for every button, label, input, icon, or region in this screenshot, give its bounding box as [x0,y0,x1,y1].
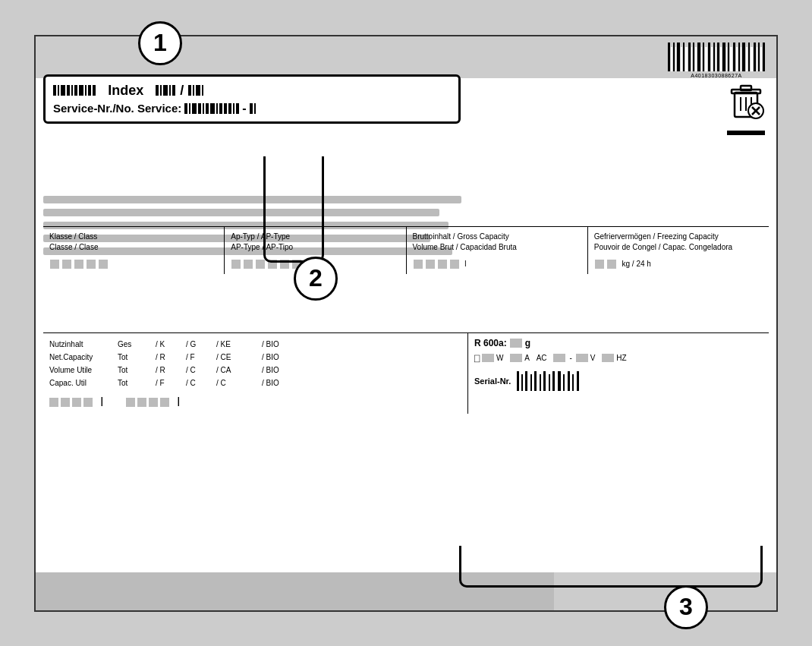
gross-value: l [413,259,581,269]
freezing-value: kg / 24 h [594,259,763,269]
bio2-label: / BIO [262,351,307,364]
c-label2: / C [186,377,216,389]
circle-2: 2 [294,257,338,301]
barcode-image [668,43,765,71]
power-val-hz [602,354,614,362]
serial-barcode [517,371,579,391]
ce-label: / CE [216,351,262,364]
serial-section: Serial-Nr. [474,371,763,391]
power-val-w [482,354,494,362]
nutzinhalt-label: Nutzinhalt [49,338,118,351]
r600a-line: R 600a: g [474,338,763,348]
power-hz-label: HZ [616,354,626,362]
bottom-section: Nutzinhalt Ges / K / G / KE / BIO Net.Ca… [43,332,769,414]
bottom-right: R 600a: g ⎕ W A AC - V HZ [468,333,769,414]
barcode-placeholder-3 [188,85,203,96]
val-block-2: l [126,395,180,409]
r600a-label: R 600a: [474,338,507,348]
serial-label: Serial-Nr. [474,377,511,386]
c-label1: / C [186,364,216,377]
weee-bar [727,131,765,135]
gross-title: Bruttoinhalt / Gross Capacity Volume Bru… [413,232,581,253]
net-capacity-label: Net.Capacity [49,351,118,364]
barcode-placeholder-2 [156,85,175,96]
service-label: Service-Nr./No. Service: [53,102,181,115]
barcode-top-area: A4018303088627A [668,43,765,78]
class-value [49,259,218,269]
svg-rect-2 [741,86,751,90]
power-val-a [510,354,522,362]
f-label2: / F [156,377,186,389]
weee-symbol-area [727,82,765,135]
bottom-left: Nutzinhalt Ges / K / G / KE / BIO Net.Ca… [43,333,468,414]
power-val-v2 [576,354,588,362]
section1-line1: Index / [53,83,451,99]
r600a-unit: g [525,338,530,348]
section2-pointer [263,156,324,263]
power-v-label: V [590,354,596,362]
c-label3: / C [216,377,262,389]
capac-util-label: Capac. Util [49,377,118,389]
bio4-label: / BIO [262,377,307,389]
service-barcode [184,103,239,114]
section3-bracket [459,546,763,588]
tot1-label: Tot [118,351,156,364]
tot2-label: Tot [118,364,156,377]
weee-icon [727,82,765,128]
ke-label: / KE [216,338,262,351]
capacity-labels: Nutzinhalt Ges / K / G / KE / BIO Net.Ca… [49,338,461,389]
index-label: Index [108,83,143,99]
k-label: / K [156,338,186,351]
power-ac-label: AC [537,354,547,362]
spec-col-gross: Bruttoinhalt / Gross Capacity Volume Bru… [407,227,588,274]
ca-label: / CA [216,364,262,377]
r-label1: / R [156,351,186,364]
section1-line2: Service-Nr./No. Service: - [53,102,451,115]
r-label2: / R [156,364,186,377]
power-w-label: W [496,354,503,362]
power-line: ⎕ W A AC - V HZ [474,353,763,364]
barcode-placeholder-1 [53,85,96,96]
g-label: / G [186,338,216,351]
tot3-label: Tot [118,377,156,389]
section1-box: Index / Service-Nr./No. Service: - [43,74,461,124]
specs-table: Klasse / Class Classe / Clase Ap-Typ / A… [43,226,769,274]
label-container: A4018303088627A 1 [34,35,778,612]
plug-icon: ⎕ [474,353,480,364]
capacity-values: l l [49,395,461,409]
circle-3: 3 [664,585,708,629]
service-barcode-2 [250,103,256,114]
class-title: Klasse / Class Classe / Clase [49,232,218,253]
val-block-1: l [49,395,103,409]
spec-col-freezing: Gefriervermögen / Freezing Capacity Pouv… [588,227,769,274]
f-label: / F [186,351,216,364]
bio3-label: / BIO [262,364,307,377]
bio1-label: / BIO [262,338,307,351]
freezing-title: Gefriervermögen / Freezing Capacity Pouv… [594,232,763,253]
volume-utile-label: Volume Utile [49,364,118,377]
barcode-text: A4018303088627A [691,73,741,78]
r600a-value [510,339,522,348]
power-a-label: A [524,354,530,362]
power-val-v1 [553,354,565,362]
spec-col-class: Klasse / Class Classe / Clase [43,227,225,274]
ges-label: Ges [118,338,156,351]
circle-1: 1 [138,21,182,65]
